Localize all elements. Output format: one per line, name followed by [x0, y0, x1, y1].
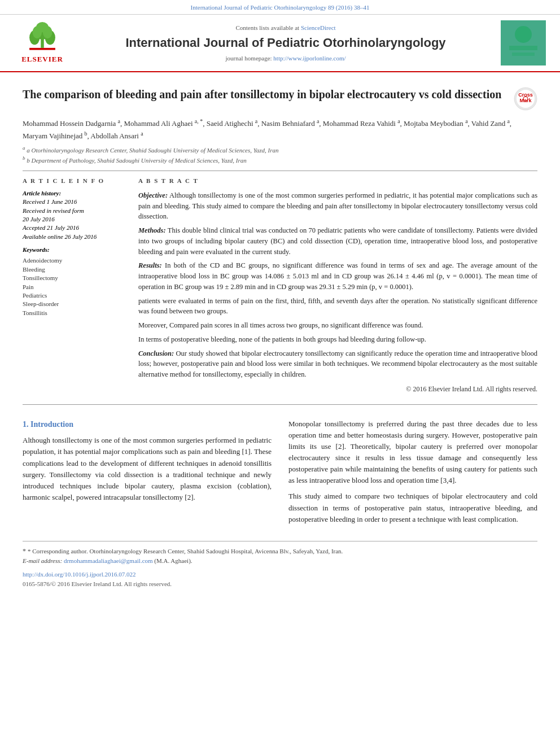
received-date: Received 1 June 2016	[23, 198, 77, 205]
copyright-line: © 2016 Elsevier Ireland Ltd. All rights …	[138, 385, 537, 394]
journal-thumbnail	[498, 20, 549, 65]
results-label: Results:	[138, 261, 162, 269]
footnote-email: E-mail address: drmohammadaliaghaei@gmai…	[23, 556, 537, 566]
abstract-title: A B S T R A C T	[138, 177, 537, 185]
corresponding-address: Otorhinolaryngology Research Center, Sha…	[89, 548, 343, 554]
info-abstract-section: A R T I C L E I N F O Article history: R…	[23, 177, 537, 394]
svg-rect-0	[29, 48, 55, 50]
history-label: Article history:	[23, 190, 61, 196]
keyword-7: Tonsillitis	[23, 309, 127, 317]
abstract-panel: A B S T R A C T Objective: Although tons…	[138, 177, 537, 394]
svg-text:Mark: Mark	[519, 98, 532, 103]
email-label: E-mail address:	[23, 557, 62, 564]
keyword-1: Adenoidectomy	[23, 256, 127, 265]
abstract-postop: In terms of postoperative bleeding, none…	[138, 334, 537, 345]
abstract-moreover: Moreover, Compared pain scores in all ti…	[138, 320, 537, 331]
keywords-label: Keywords:	[23, 246, 127, 254]
svg-point-7	[36, 22, 49, 32]
keyword-4: Pain	[23, 283, 127, 291]
conclusion-label: Conclusion:	[138, 350, 174, 357]
abstract-objective: Objective: Although tonsillectomy is one…	[138, 190, 537, 222]
keyword-5: Pediatrics	[23, 291, 127, 300]
article-title-row: The comparison of bleeding and pain afte…	[23, 87, 537, 111]
received-revised-label: Received in revised form	[23, 207, 84, 214]
intro-heading: 1. Introduction	[23, 418, 272, 431]
footnote-corresponding: * * Corresponding author. Otorhinolaryng…	[23, 546, 537, 556]
abstract-results-cont: patients were evaluated in terms of pain…	[138, 296, 537, 317]
keyword-6: Sleep-disorder	[23, 300, 127, 308]
corresponding-label: * Corresponding author.	[28, 548, 88, 554]
elsevier-logo: ELSEVIER	[21, 22, 63, 64]
abstract-results: Results: In both of the CD and BC groups…	[138, 260, 537, 292]
affiliations: a a Otorhinolaryngology Research Center,…	[23, 145, 537, 165]
journal-homepage-line: journal homepage: http://www.ijporlonlin…	[73, 54, 498, 63]
results-text: In both of the CD and BC groups, no sign…	[138, 261, 537, 291]
intro-text-col2-p1: Monopolar tonsillectomy is preferred dur…	[288, 418, 537, 487]
journal-homepage-link[interactable]: http://www.ijporlonline.com/	[273, 55, 345, 62]
elsevier-label: ELSEVIER	[21, 54, 63, 64]
objective-label: Objective:	[138, 191, 168, 199]
issn-line: 0165-5876/© 2016 Elsevier Ireland Ltd. A…	[23, 579, 537, 589]
authors-text: Mohammad Hossein Dadgarnia a, Mohammad A…	[23, 119, 511, 140]
accepted-date: Accepted 21 July 2016	[23, 224, 79, 231]
svg-rect-11	[512, 53, 535, 56]
doi-line: http://dx.doi.org/10.1016/j.ijporl.2016.…	[23, 570, 537, 579]
conclusion-text: Our study showed that bipolar electrocau…	[138, 350, 537, 379]
svg-point-9	[515, 26, 532, 43]
received-revised-date: 20 July 2016	[23, 216, 55, 222]
article-divider	[23, 171, 537, 171]
introduction-section: 1. Introduction Although tonsillectomy i…	[23, 418, 537, 530]
intro-text-col1: Although tonsillectomy is one of the mos…	[23, 435, 272, 503]
journal-cover-image	[501, 20, 546, 65]
footnote-star: *	[23, 547, 28, 555]
keyword-2: Bleeding	[23, 265, 127, 274]
email-link[interactable]: drmohammadaliaghaei@gmail.com	[64, 557, 153, 564]
authors-line: Mohammad Hossein Dadgarnia a, Mohammad A…	[23, 116, 537, 141]
intro-col-left: 1. Introduction Although tonsillectomy i…	[23, 418, 272, 530]
journal-title: International Journal of Pediatric Otorh…	[73, 34, 498, 52]
svg-rect-10	[509, 46, 537, 50]
intro-col-right: Monopolar tonsillectomy is preferred dur…	[288, 418, 537, 530]
journal-reference: International Journal of Pediatric Otorh…	[0, 0, 560, 15]
article-info-panel: A R T I C L E I N F O Article history: R…	[23, 177, 127, 394]
abstract-methods: Methods: This double blind clinical tria…	[138, 225, 537, 257]
sciencedirect-link[interactable]: ScienceDirect	[301, 24, 336, 31]
intro-text-col2-p2: This study aimed to compare two techniqu…	[288, 491, 537, 525]
doi-link[interactable]: http://dx.doi.org/10.1016/j.ijporl.2016.…	[23, 571, 136, 578]
affiliation-a: a a Otorhinolaryngology Research Center,…	[23, 145, 537, 155]
body-divider	[23, 404, 537, 405]
affiliation-b: b b Department of Pathology, Shahid Sado…	[23, 155, 537, 165]
crossmark-icon: Cross Mark	[514, 87, 537, 111]
publisher-logo-area: ELSEVIER	[11, 22, 73, 64]
abstract-conclusion: Conclusion: Our study showed that bipola…	[138, 348, 537, 380]
intro-two-col: 1. Introduction Although tonsillectomy i…	[23, 418, 537, 530]
abstract-body: Objective: Although tonsillectomy is one…	[138, 190, 537, 380]
available-online: Available online 26 July 2016	[23, 233, 97, 240]
elsevier-tree-icon	[23, 22, 62, 53]
keyword-3: Tonsillectomy	[23, 274, 127, 282]
methods-label: Methods:	[138, 226, 166, 234]
sciencedirect-line: Contents lists available at ScienceDirec…	[73, 24, 498, 32]
footnote-section: * * Corresponding author. Otorhinolaryng…	[23, 541, 537, 589]
article-info-title: A R T I C L E I N F O	[23, 177, 127, 185]
journal-title-area: Contents lists available at ScienceDirec…	[73, 24, 498, 63]
email-name: (M.A. Aghaei).	[154, 557, 192, 564]
methods-text: This double blind clinical trial was con…	[138, 226, 537, 256]
objective-text: Although tonsillectomy is one of the mos…	[138, 191, 537, 221]
article-title-text: The comparison of bleeding and pain afte…	[23, 87, 501, 102]
journal-ref-text: International Journal of Pediatric Otorh…	[191, 4, 370, 11]
article-history: Article history: Received 1 June 2016 Re…	[23, 189, 127, 241]
main-content: The comparison of bleeding and pain afte…	[0, 72, 560, 600]
journal-header: ELSEVIER Contents lists available at Sci…	[0, 15, 560, 72]
